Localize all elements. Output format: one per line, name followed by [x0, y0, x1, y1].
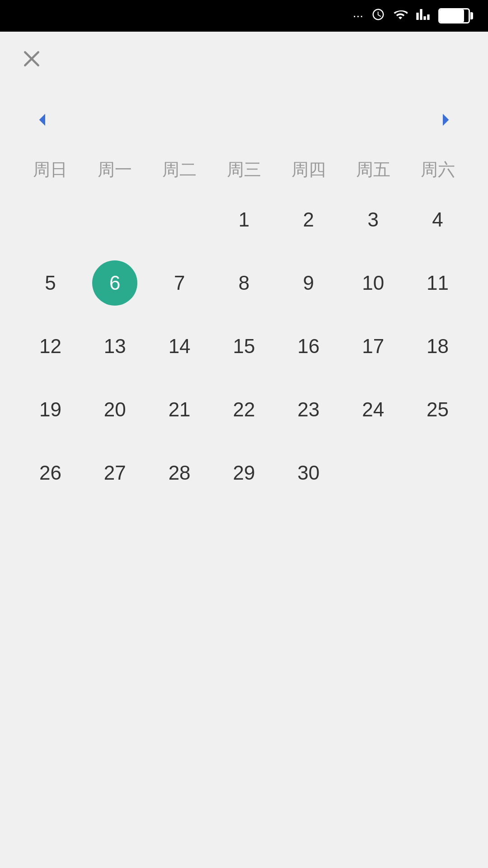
day-cell[interactable]: 30	[276, 448, 341, 498]
svg-marker-3	[443, 114, 449, 126]
day-cell[interactable]: 13	[83, 321, 147, 371]
day-number: 15	[221, 324, 267, 369]
month-navigation	[18, 95, 470, 154]
weekday-tue: 周二	[147, 154, 212, 186]
day-cell[interactable]: 22	[212, 385, 277, 434]
day-number: 9	[286, 260, 331, 306]
day-cell[interactable]: 29	[212, 448, 277, 498]
day-number: 16	[286, 324, 331, 369]
day-cell[interactable]: 4	[405, 195, 470, 245]
day-number: 25	[415, 387, 460, 432]
day-cell	[341, 448, 405, 498]
selected-day: 6	[92, 260, 137, 306]
battery-icon	[438, 8, 470, 24]
day-cell[interactable]: 10	[341, 258, 405, 308]
day-cell	[147, 195, 212, 245]
day-number: 29	[221, 450, 267, 495]
day-cell[interactable]: 23	[276, 385, 341, 434]
alarm-icon	[371, 8, 385, 24]
day-number: 5	[28, 260, 73, 306]
day-cell[interactable]: 8	[212, 258, 277, 308]
day-cell	[83, 195, 147, 245]
day-number: 26	[28, 450, 73, 495]
signal-icon	[416, 7, 430, 25]
day-number: 19	[28, 387, 73, 432]
day-number: 20	[92, 387, 137, 432]
day-cell[interactable]: 9	[276, 258, 341, 308]
day-number: 17	[351, 324, 396, 369]
day-cell[interactable]: 20	[83, 385, 147, 434]
day-number: 2	[286, 197, 331, 242]
day-number: 12	[28, 324, 73, 369]
day-cell[interactable]: 12	[18, 321, 83, 371]
day-cell[interactable]: 27	[83, 448, 147, 498]
svg-marker-2	[39, 114, 45, 126]
day-number: 30	[286, 450, 331, 495]
day-cell[interactable]: 28	[147, 448, 212, 498]
calendar: 周日 周一 周二 周三 周四 周五 周六 1234567891011121314…	[0, 86, 488, 516]
weekday-thu: 周四	[276, 154, 341, 186]
weekday-mon: 周一	[83, 154, 147, 186]
day-cell[interactable]: 3	[341, 195, 405, 245]
day-cell[interactable]: 25	[405, 385, 470, 434]
day-cell[interactable]: 19	[18, 385, 83, 434]
day-cell[interactable]: 26	[18, 448, 83, 498]
prev-month-button[interactable]	[27, 104, 59, 136]
day-cell[interactable]: 6	[83, 258, 147, 308]
day-number: 18	[415, 324, 460, 369]
day-number: 28	[157, 450, 202, 495]
day-number: 22	[221, 387, 267, 432]
day-cell[interactable]: 16	[276, 321, 341, 371]
weekday-fri: 周五	[341, 154, 405, 186]
wifi-icon	[393, 7, 408, 25]
day-number: 21	[157, 387, 202, 432]
day-cell	[18, 195, 83, 245]
day-number: 23	[286, 387, 331, 432]
header	[0, 32, 488, 86]
day-number: 14	[157, 324, 202, 369]
day-number: 13	[92, 324, 137, 369]
day-cell[interactable]: 7	[147, 258, 212, 308]
day-cell[interactable]: 5	[18, 258, 83, 308]
days-grid: 1234567891011121314151617181920212223242…	[18, 195, 470, 498]
day-number: 7	[157, 260, 202, 306]
day-number: 27	[92, 450, 137, 495]
next-month-button[interactable]	[429, 104, 461, 136]
close-button[interactable]	[18, 45, 45, 72]
day-cell[interactable]: 21	[147, 385, 212, 434]
day-cell	[405, 448, 470, 498]
weekday-sat: 周六	[405, 154, 470, 186]
day-number: 4	[415, 197, 460, 242]
day-number: 3	[351, 197, 396, 242]
day-number: 8	[221, 260, 267, 306]
day-cell[interactable]: 2	[276, 195, 341, 245]
weekday-headers: 周日 周一 周二 周三 周四 周五 周六	[18, 154, 470, 186]
day-cell[interactable]: 14	[147, 321, 212, 371]
day-cell[interactable]: 11	[405, 258, 470, 308]
status-icons: ···	[353, 7, 470, 25]
day-cell[interactable]: 15	[212, 321, 277, 371]
day-cell[interactable]: 1	[212, 195, 277, 245]
weekday-wed: 周三	[212, 154, 277, 186]
day-number: 24	[351, 387, 396, 432]
day-cell[interactable]: 18	[405, 321, 470, 371]
day-number: 10	[351, 260, 396, 306]
day-number: 1	[221, 197, 267, 242]
dots-icon: ···	[353, 9, 363, 23]
weekday-sun: 周日	[18, 154, 83, 186]
day-cell[interactable]: 24	[341, 385, 405, 434]
day-cell[interactable]: 17	[341, 321, 405, 371]
day-number: 11	[415, 260, 460, 306]
status-bar: ···	[0, 0, 488, 32]
